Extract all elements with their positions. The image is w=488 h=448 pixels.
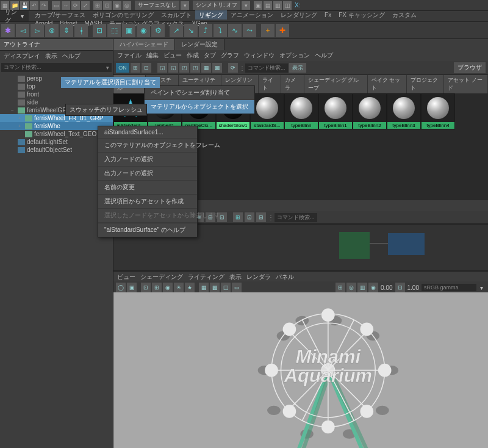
vp-f-icon[interactable]: ★ bbox=[185, 283, 195, 292]
vp-menu-show[interactable]: 表示 bbox=[229, 273, 242, 281]
hs-icon-i[interactable]: ⟳ bbox=[228, 63, 238, 73]
hs-menu-item[interactable]: タブ bbox=[204, 51, 216, 60]
hs-icon-f[interactable]: ◳ bbox=[190, 63, 200, 73]
material-swatch[interactable]: typeBlinn1 bbox=[318, 93, 353, 129]
shelf-sphere-icon[interactable]: ◉ bbox=[137, 24, 150, 37]
module-tab[interactable]: ポリゴンのモデリング bbox=[89, 10, 157, 20]
vp-c-icon[interactable]: ⊞ bbox=[152, 283, 162, 292]
shelf-plus2-icon[interactable]: ✚ bbox=[276, 24, 289, 37]
hs-category[interactable]: ベイク セット bbox=[368, 75, 407, 93]
snap-icon[interactable]: ⊞ bbox=[93, 1, 102, 10]
vp-l-icon[interactable]: ◎ bbox=[346, 283, 356, 292]
hs-icon-h[interactable]: ▩ bbox=[212, 63, 222, 73]
hs-show-button[interactable]: 表示 bbox=[289, 63, 306, 73]
snap2-icon[interactable]: ⊡ bbox=[103, 1, 112, 10]
shelf-a-icon[interactable]: ↗ bbox=[170, 24, 183, 37]
symmetry-toggle[interactable]: シンメトリ: オフ bbox=[193, 1, 240, 10]
shelf-plus-icon[interactable]: + bbox=[261, 24, 274, 37]
surface-option[interactable]: サーフェスなし bbox=[135, 1, 179, 10]
hs-menu-item[interactable]: グラフ bbox=[221, 51, 239, 60]
module-dropdown[interactable]: リング ▾ bbox=[0, 11, 29, 21]
snap3-icon[interactable]: ◉ bbox=[113, 1, 121, 10]
move-icon[interactable]: ↔ bbox=[62, 1, 70, 10]
ctx-item-rename[interactable]: 名前の変更 bbox=[98, 181, 197, 195]
shelf-bind-icon[interactable]: ⊡ bbox=[93, 24, 106, 37]
ctx-item-help[interactable]: "aiStandardSurface" のヘルプ bbox=[98, 223, 197, 237]
tool-c-icon[interactable]: ▥ bbox=[273, 1, 282, 10]
vp-h-icon[interactable]: ▩ bbox=[210, 283, 220, 292]
hs-menu-item[interactable]: 編集 bbox=[146, 51, 159, 60]
shelf-ik-icon[interactable]: ⇕ bbox=[60, 24, 73, 37]
hs-icon-c[interactable]: ◲ bbox=[157, 63, 167, 73]
tree-item[interactable]: defaultObjectSet bbox=[0, 146, 113, 154]
scale-icon[interactable]: ⤢ bbox=[81, 1, 90, 10]
hs-menu-item[interactable]: ヘルプ bbox=[315, 51, 333, 60]
vp-d-icon[interactable]: ◉ bbox=[163, 283, 173, 292]
vp-m-icon[interactable]: ▥ bbox=[357, 283, 367, 292]
rotate-icon[interactable]: ⟳ bbox=[71, 1, 80, 10]
vp-cam-icon[interactable]: ◯ bbox=[116, 283, 126, 292]
gt-icon-k[interactable]: ⊡ bbox=[245, 212, 254, 222]
shelf-c-icon[interactable]: ⤴ bbox=[199, 24, 212, 37]
shelf-star-icon[interactable]: ✱ bbox=[1, 24, 15, 37]
vp-gamma-dropdown[interactable]: sRGB gamma bbox=[422, 284, 476, 291]
gt-icon-j[interactable]: ⊞ bbox=[233, 212, 243, 222]
material-swatch[interactable]: standardS... bbox=[250, 93, 284, 129]
ctx-sub-select-objects[interactable]: マテリアルからオブジェクトを選択 bbox=[145, 100, 254, 114]
module-tab[interactable]: Fx bbox=[321, 10, 335, 20]
hs-on-toggle[interactable]: ON bbox=[116, 63, 129, 73]
vp-menu-shading[interactable]: シェーディング bbox=[140, 273, 183, 281]
shelf-joint-icon[interactable]: ⊗ bbox=[45, 24, 59, 37]
viewport-3d[interactable]: Minami Aquarium bbox=[113, 292, 488, 448]
hs-icon-a[interactable]: ⊞ bbox=[131, 63, 140, 73]
module-tab[interactable]: アニメーション bbox=[227, 10, 277, 20]
hs-search[interactable]: コマンド検索... bbox=[245, 63, 288, 73]
tool-a-icon[interactable]: ▣ bbox=[254, 1, 262, 10]
tree-item[interactable]: +ferrisWhe bbox=[0, 122, 113, 130]
tab-hypershade[interactable]: ハイパーシェード bbox=[113, 39, 175, 50]
shelf-cube-icon[interactable]: ▣ bbox=[122, 24, 135, 37]
material-swatch[interactable]: typeBlinn4 bbox=[421, 93, 455, 129]
graph-search[interactable]: コマンド検索... bbox=[274, 213, 317, 222]
vp-i-icon[interactable]: ◫ bbox=[221, 283, 231, 292]
vp-e-icon[interactable]: ☀ bbox=[174, 283, 184, 292]
tab-render-settings[interactable]: レンダー設定 bbox=[175, 39, 224, 50]
hs-menu-item[interactable]: オプション bbox=[279, 51, 310, 60]
save-icon[interactable]: 💾 bbox=[20, 1, 29, 10]
material-swatch[interactable]: typeBlinn bbox=[284, 93, 318, 129]
vp-k-icon[interactable]: ⊞ bbox=[336, 283, 345, 292]
vp-b-icon[interactable]: ⊡ bbox=[141, 283, 151, 292]
hs-icon-e[interactable]: ◰ bbox=[179, 63, 189, 73]
shelf-b-icon[interactable]: ↘ bbox=[184, 24, 198, 37]
select-icon[interactable]: ▭ bbox=[52, 1, 60, 10]
outliner-search[interactable]: コマンド検索... ▾ bbox=[1, 63, 112, 72]
hs-menu-item[interactable]: ウィンドウ bbox=[244, 51, 274, 60]
ctx-item-material[interactable]: aiStandardSurface1... bbox=[98, 126, 197, 139]
hs-category[interactable]: ライト bbox=[259, 75, 281, 93]
hs-icon-g[interactable]: ▦ bbox=[201, 63, 211, 73]
gt-icon-l[interactable]: ⊟ bbox=[256, 212, 266, 222]
ctx-item-asset-create[interactable]: 選択項目からアセットを作成 bbox=[98, 195, 197, 209]
redo-icon[interactable]: ↷ bbox=[40, 1, 48, 10]
shelf-gear-icon[interactable]: ⚙ bbox=[151, 24, 165, 37]
hs-category[interactable]: シェーディング グループ bbox=[304, 75, 368, 93]
outliner-menu-help[interactable]: ヘルプ bbox=[62, 52, 81, 60]
material-swatch[interactable]: typeBlinn2 bbox=[353, 93, 387, 129]
tool-b-icon[interactable]: ▤ bbox=[264, 1, 272, 10]
tool-d-icon[interactable]: ◫ bbox=[283, 1, 292, 10]
snap4-icon[interactable]: ◎ bbox=[123, 1, 131, 10]
outliner-menu-show[interactable]: 表示 bbox=[45, 52, 57, 60]
module-tab[interactable]: スカルプト bbox=[157, 10, 195, 20]
shelf-e-icon[interactable]: ∿ bbox=[228, 24, 242, 37]
vp-menu-lighting[interactable]: ライティング bbox=[188, 273, 224, 281]
ctx-item-output[interactable]: 出力ノードの選択 bbox=[98, 167, 197, 181]
vp-n-icon[interactable]: ◉ bbox=[368, 283, 378, 292]
module-tab[interactable]: レンダリング bbox=[277, 10, 321, 20]
ctx-sub-paint-assign[interactable]: ペイントでシェーダ割り当て bbox=[145, 86, 254, 100]
tree-item[interactable]: defaultLightSet bbox=[0, 138, 113, 146]
hs-category[interactable]: プロジェクト bbox=[407, 75, 445, 93]
vp-menu-panel[interactable]: パネル bbox=[276, 273, 294, 281]
shelf-next-icon[interactable]: ▻ bbox=[30, 24, 44, 37]
ctx-item-frame[interactable]: このマテリアルのオブジェクトをフレーム bbox=[98, 139, 197, 153]
material-swatch[interactable]: typeBlinn3 bbox=[387, 93, 421, 129]
